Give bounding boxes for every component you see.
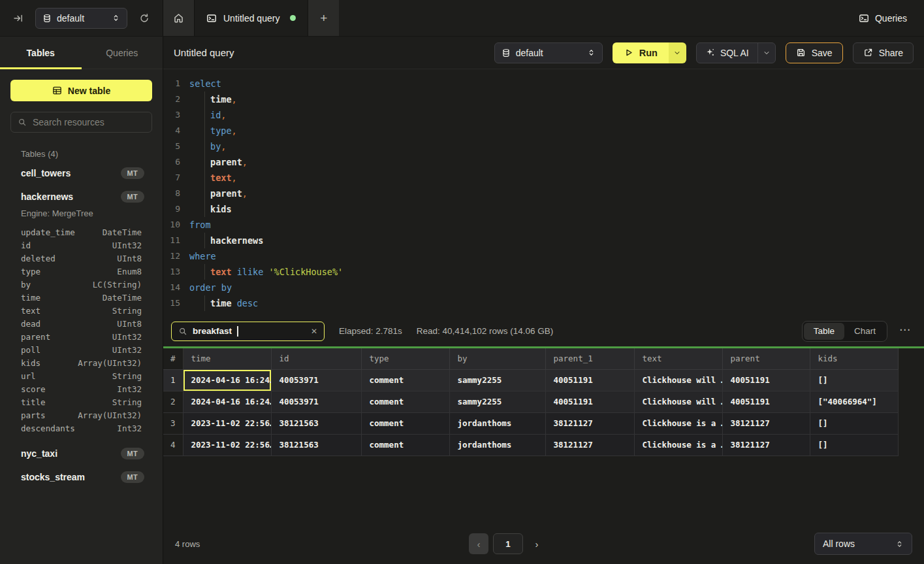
clear-filter-button[interactable]: ✕ <box>311 327 317 336</box>
column-item[interactable]: timeDateTime <box>21 291 142 305</box>
table-cell[interactable]: [] <box>810 369 898 391</box>
column-item[interactable]: pollUInt32 <box>21 344 142 357</box>
editor-line[interactable]: 13text ilike '%ClickHouse%' <box>163 264 924 280</box>
run-button[interactable]: Run <box>613 42 669 63</box>
column-item[interactable]: deadUInt8 <box>21 318 142 331</box>
more-options-button[interactable]: ⋯ <box>894 323 916 339</box>
search-resources-input[interactable]: Search resources <box>10 112 152 133</box>
database-selector-main[interactable]: default <box>494 42 603 63</box>
table-cell[interactable]: 2023-11-02 22:56… <box>183 412 271 434</box>
sql-editor[interactable]: 1select2time,3id,4type,5by,6parent,7text… <box>163 69 924 316</box>
table-cell[interactable]: 38121127 <box>722 412 810 434</box>
editor-line[interactable]: 12where <box>163 248 924 264</box>
column-item[interactable]: titleString <box>21 396 142 409</box>
save-button[interactable]: Save <box>786 42 843 63</box>
table-cell[interactable]: comment <box>361 434 449 456</box>
share-button[interactable]: Share <box>853 42 914 63</box>
column-item[interactable]: typeEnum8 <box>21 265 142 278</box>
column-item[interactable]: urlString <box>21 370 142 383</box>
view-tab-table[interactable]: Table <box>804 323 844 340</box>
column-header-type[interactable]: type <box>361 348 449 369</box>
table-cell[interactable]: 40053971 <box>271 391 361 412</box>
column-header-kids[interactable]: kids <box>810 348 898 369</box>
refresh-button[interactable] <box>135 9 153 27</box>
column-header-text[interactable]: text <box>634 348 722 369</box>
editor-line[interactable]: 3id, <box>163 107 924 123</box>
editor-line[interactable]: 6parent, <box>163 154 924 170</box>
table-cell[interactable]: comment <box>361 391 449 412</box>
editor-line[interactable]: 7text, <box>163 170 924 186</box>
tab-untitled-query[interactable]: Untitled query <box>194 0 308 36</box>
table-cell[interactable]: comment <box>361 369 449 391</box>
table-cell[interactable]: 38121127 <box>545 412 634 434</box>
column-item[interactable]: textString <box>21 305 142 318</box>
table-cell[interactable]: sammy2255 <box>449 369 545 391</box>
tab-queries[interactable]: Queries <box>82 37 163 69</box>
view-tab-chart[interactable]: Chart <box>844 323 885 340</box>
results-filter-input[interactable]: breakfast ✕ <box>171 322 325 341</box>
table-cell[interactable]: 40051191 <box>722 391 810 412</box>
new-table-button[interactable]: New table <box>10 80 152 101</box>
column-header-by[interactable]: by <box>449 348 545 369</box>
table-cell[interactable]: 38121563 <box>271 434 361 456</box>
table-cell[interactable]: 40051191 <box>545 369 634 391</box>
table-cell[interactable]: jordanthoms <box>449 412 545 434</box>
sql-ai-button[interactable]: SQL AI <box>697 43 757 63</box>
next-page-button[interactable]: › <box>528 533 546 554</box>
table-cell[interactable]: [] <box>810 412 898 434</box>
table-cell[interactable]: Clickhouse will … <box>634 391 722 412</box>
table-cell[interactable]: 2024-04-16 16:24… <box>183 391 271 412</box>
table-cell[interactable]: 38121563 <box>271 412 361 434</box>
editor-line[interactable]: 1select <box>163 76 924 91</box>
table-cell[interactable]: 40051191 <box>722 369 810 391</box>
column-header-parent_1[interactable]: parent_1 <box>545 348 634 369</box>
table-cell[interactable]: comment <box>361 412 449 434</box>
editor-line[interactable]: 15time desc <box>163 295 924 311</box>
column-item[interactable]: idUInt32 <box>21 239 142 252</box>
editor-line[interactable]: 8parent, <box>163 186 924 201</box>
tab-tables[interactable]: Tables <box>0 37 82 69</box>
table-cell[interactable]: 1 <box>163 369 183 391</box>
table-cell[interactable]: Clickhouse is a … <box>634 434 722 456</box>
selected-cell[interactable]: 2024-04-16 16:24… <box>183 369 271 391</box>
table-cell[interactable]: sammy2255 <box>449 391 545 412</box>
table-cell[interactable]: 3 <box>163 412 183 434</box>
prev-page-button[interactable]: ‹ <box>469 533 488 554</box>
sidebar-collapse-button[interactable] <box>9 9 27 27</box>
table-item-hackernews[interactable]: hackernewsMT <box>10 185 152 208</box>
table-cell[interactable]: jordanthoms <box>449 434 545 456</box>
table-cell[interactable]: ["40066964"] <box>810 391 898 412</box>
column-header-time[interactable]: time <box>183 348 271 369</box>
sql-ai-options-button[interactable] <box>757 43 775 63</box>
queries-button[interactable]: Queries <box>859 0 907 36</box>
table-cell[interactable]: 40053971 <box>271 369 361 391</box>
column-item[interactable]: partsArray(UInt32) <box>21 409 142 422</box>
editor-line[interactable]: 2time, <box>163 91 924 107</box>
column-item[interactable]: update_timeDateTime <box>21 226 142 239</box>
column-item[interactable]: deletedUInt8 <box>21 252 142 265</box>
table-cell[interactable]: Clickhouse will … <box>634 369 722 391</box>
column-header-id[interactable]: id <box>271 348 361 369</box>
run-options-button[interactable] <box>669 42 686 63</box>
column-item[interactable]: parentUInt32 <box>21 331 142 344</box>
editor-line[interactable]: 14order by <box>163 280 924 295</box>
table-item-stocks_stream[interactable]: stocks_streamMT <box>10 465 152 489</box>
database-selector-top[interactable]: default <box>35 8 127 29</box>
column-item[interactable]: byLC(String) <box>21 278 142 291</box>
new-tab-button[interactable]: + <box>308 0 339 36</box>
table-cell[interactable]: Clickhouse is a … <box>634 412 722 434</box>
table-cell[interactable]: 4 <box>163 434 183 456</box>
table-item-nyc_taxi[interactable]: nyc_taxiMT <box>10 442 152 465</box>
column-header-parent[interactable]: parent <box>722 348 810 369</box>
table-cell[interactable]: 2023-11-02 22:56… <box>183 434 271 456</box>
table-cell[interactable]: 38121127 <box>722 434 810 456</box>
column-item[interactable]: kidsArray(UInt32) <box>21 357 142 370</box>
home-button[interactable] <box>163 0 194 36</box>
editor-line[interactable]: 9kids <box>163 201 924 217</box>
editor-line[interactable]: 4type, <box>163 123 924 139</box>
column-header-num[interactable]: # <box>163 348 183 369</box>
table-cell[interactable]: 40051191 <box>545 391 634 412</box>
column-item[interactable]: descendantsInt32 <box>21 422 142 435</box>
table-cell[interactable]: 2 <box>163 391 183 412</box>
column-item[interactable]: scoreInt32 <box>21 383 142 396</box>
